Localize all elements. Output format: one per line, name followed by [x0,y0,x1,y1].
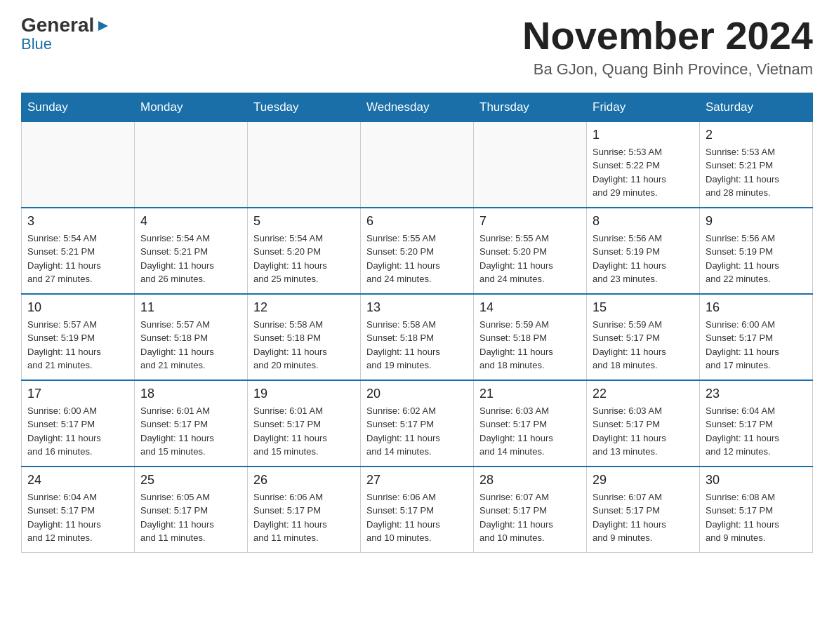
day-number: 13 [366,300,468,315]
day-info: Sunrise: 6:00 AMSunset: 5:17 PMDaylight:… [706,318,807,373]
calendar-cell: 25Sunrise: 6:05 AMSunset: 5:17 PMDayligh… [135,467,248,553]
day-number: 24 [27,473,128,488]
calendar-cell: 26Sunrise: 6:06 AMSunset: 5:17 PMDayligh… [248,467,361,553]
day-info: Sunrise: 5:59 AMSunset: 5:18 PMDaylight:… [479,318,581,373]
day-info: Sunrise: 6:06 AMSunset: 5:17 PMDaylight:… [253,490,355,545]
weekday-header-monday: Monday [135,93,248,121]
calendar-cell: 9Sunrise: 5:56 AMSunset: 5:19 PMDaylight… [700,208,813,294]
day-info: Sunrise: 5:58 AMSunset: 5:18 PMDaylight:… [253,318,355,373]
calendar-cell [361,121,474,208]
day-number: 4 [140,214,241,229]
calendar-cell: 16Sunrise: 6:00 AMSunset: 5:17 PMDayligh… [700,294,813,380]
calendar-cell: 19Sunrise: 6:01 AMSunset: 5:17 PMDayligh… [248,380,361,467]
day-number: 26 [253,473,355,488]
title-area: November 2024 Ba GJon, Quang Binh Provin… [522,14,813,79]
day-number: 9 [706,214,807,229]
day-info: Sunrise: 6:03 AMSunset: 5:17 PMDaylight:… [593,404,694,459]
calendar-cell [135,121,248,208]
calendar-cell: 3Sunrise: 5:54 AMSunset: 5:21 PMDaylight… [22,208,135,294]
calendar-week-row: 17Sunrise: 6:00 AMSunset: 5:17 PMDayligh… [22,380,813,467]
day-info: Sunrise: 6:07 AMSunset: 5:17 PMDaylight:… [479,490,581,545]
calendar-cell: 8Sunrise: 5:56 AMSunset: 5:19 PMDaylight… [587,208,700,294]
day-info: Sunrise: 6:02 AMSunset: 5:17 PMDaylight:… [366,404,468,459]
weekday-header-friday: Friday [587,93,700,121]
day-info: Sunrise: 5:54 AMSunset: 5:21 PMDaylight:… [27,232,128,286]
subtitle: Ba GJon, Quang Binh Province, Vietnam [522,60,813,79]
calendar-cell: 30Sunrise: 6:08 AMSunset: 5:17 PMDayligh… [700,467,813,553]
day-number: 1 [593,128,694,142]
calendar-cell [248,121,361,208]
calendar-cell: 27Sunrise: 6:06 AMSunset: 5:17 PMDayligh… [361,467,474,553]
logo-general: General [21,14,94,36]
day-info: Sunrise: 5:54 AMSunset: 5:20 PMDaylight:… [253,232,355,286]
weekday-header-tuesday: Tuesday [248,93,361,121]
calendar-cell: 5Sunrise: 5:54 AMSunset: 5:20 PMDaylight… [248,208,361,294]
day-number: 29 [593,473,694,488]
calendar-cell: 2Sunrise: 5:53 AMSunset: 5:21 PMDaylight… [700,121,813,208]
day-number: 30 [706,473,807,488]
day-number: 2 [706,128,807,142]
day-number: 22 [593,387,694,401]
calendar-cell: 20Sunrise: 6:02 AMSunset: 5:17 PMDayligh… [361,380,474,467]
calendar-cell: 11Sunrise: 5:57 AMSunset: 5:18 PMDayligh… [135,294,248,380]
day-number: 20 [366,387,468,401]
day-number: 25 [140,473,241,488]
calendar-cell: 6Sunrise: 5:55 AMSunset: 5:20 PMDaylight… [361,208,474,294]
calendar-week-row: 24Sunrise: 6:04 AMSunset: 5:17 PMDayligh… [22,467,813,553]
day-number: 21 [479,387,581,401]
day-info: Sunrise: 5:56 AMSunset: 5:19 PMDaylight:… [593,232,694,286]
day-info: Sunrise: 6:08 AMSunset: 5:17 PMDaylight:… [706,490,807,545]
calendar-cell [474,121,587,208]
day-info: Sunrise: 6:07 AMSunset: 5:17 PMDaylight:… [593,490,694,545]
day-number: 28 [479,473,581,488]
day-number: 15 [593,300,694,315]
calendar-cell: 18Sunrise: 6:01 AMSunset: 5:17 PMDayligh… [135,380,248,467]
weekday-header-wednesday: Wednesday [361,93,474,121]
day-number: 16 [706,300,807,315]
day-info: Sunrise: 6:01 AMSunset: 5:17 PMDaylight:… [140,404,241,459]
day-number: 3 [27,214,128,229]
calendar-cell: 28Sunrise: 6:07 AMSunset: 5:17 PMDayligh… [474,467,587,553]
day-info: Sunrise: 5:59 AMSunset: 5:17 PMDaylight:… [593,318,694,373]
calendar-cell: 22Sunrise: 6:03 AMSunset: 5:17 PMDayligh… [587,380,700,467]
calendar-cell: 1Sunrise: 5:53 AMSunset: 5:22 PMDaylight… [587,121,700,208]
calendar-week-row: 3Sunrise: 5:54 AMSunset: 5:21 PMDaylight… [22,208,813,294]
day-number: 19 [253,387,355,401]
calendar-cell: 14Sunrise: 5:59 AMSunset: 5:18 PMDayligh… [474,294,587,380]
day-number: 23 [706,387,807,401]
day-number: 8 [593,214,694,229]
weekday-header-thursday: Thursday [474,93,587,121]
day-info: Sunrise: 5:57 AMSunset: 5:19 PMDaylight:… [27,318,128,373]
day-info: Sunrise: 6:03 AMSunset: 5:17 PMDaylight:… [479,404,581,459]
calendar-week-row: 1Sunrise: 5:53 AMSunset: 5:22 PMDaylight… [22,121,813,208]
logo-blue: Blue [21,35,52,53]
calendar-cell: 24Sunrise: 6:04 AMSunset: 5:17 PMDayligh… [22,467,135,553]
day-number: 12 [253,300,355,315]
calendar-table: SundayMondayTuesdayWednesdayThursdayFrid… [21,93,813,553]
day-info: Sunrise: 6:01 AMSunset: 5:17 PMDaylight:… [253,404,355,459]
day-info: Sunrise: 5:53 AMSunset: 5:22 PMDaylight:… [593,145,694,200]
day-number: 14 [479,300,581,315]
weekday-header-sunday: Sunday [22,93,135,121]
calendar-week-row: 10Sunrise: 5:57 AMSunset: 5:19 PMDayligh… [22,294,813,380]
logo-flag [95,14,111,36]
calendar-header-row: SundayMondayTuesdayWednesdayThursdayFrid… [22,93,813,121]
day-number: 10 [27,300,128,315]
day-info: Sunrise: 5:58 AMSunset: 5:18 PMDaylight:… [366,318,468,373]
day-number: 11 [140,300,241,315]
logo: General Blue [21,14,111,53]
calendar-cell: 29Sunrise: 6:07 AMSunset: 5:17 PMDayligh… [587,467,700,553]
day-number: 7 [479,214,581,229]
day-info: Sunrise: 6:04 AMSunset: 5:17 PMDaylight:… [706,404,807,459]
calendar-cell: 7Sunrise: 5:55 AMSunset: 5:20 PMDaylight… [474,208,587,294]
main-title: November 2024 [522,14,813,58]
day-number: 6 [366,214,468,229]
calendar-cell: 17Sunrise: 6:00 AMSunset: 5:17 PMDayligh… [22,380,135,467]
day-number: 5 [253,214,355,229]
calendar-cell: 4Sunrise: 5:54 AMSunset: 5:21 PMDaylight… [135,208,248,294]
day-info: Sunrise: 5:53 AMSunset: 5:21 PMDaylight:… [706,145,807,200]
day-info: Sunrise: 6:05 AMSunset: 5:17 PMDaylight:… [140,490,241,545]
day-info: Sunrise: 6:06 AMSunset: 5:17 PMDaylight:… [366,490,468,545]
calendar-cell: 10Sunrise: 5:57 AMSunset: 5:19 PMDayligh… [22,294,135,380]
day-info: Sunrise: 5:54 AMSunset: 5:21 PMDaylight:… [140,232,241,286]
